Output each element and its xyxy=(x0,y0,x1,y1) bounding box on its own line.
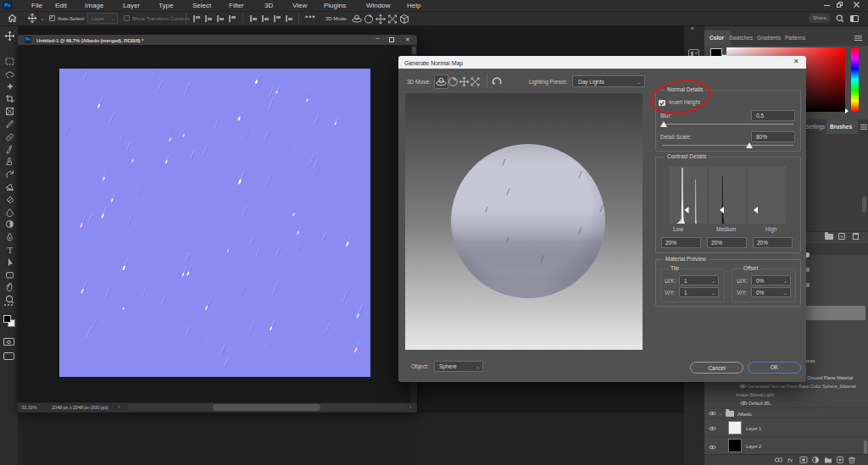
svg-text:T: T xyxy=(7,245,13,255)
svg-text:fx: fx xyxy=(787,457,793,464)
